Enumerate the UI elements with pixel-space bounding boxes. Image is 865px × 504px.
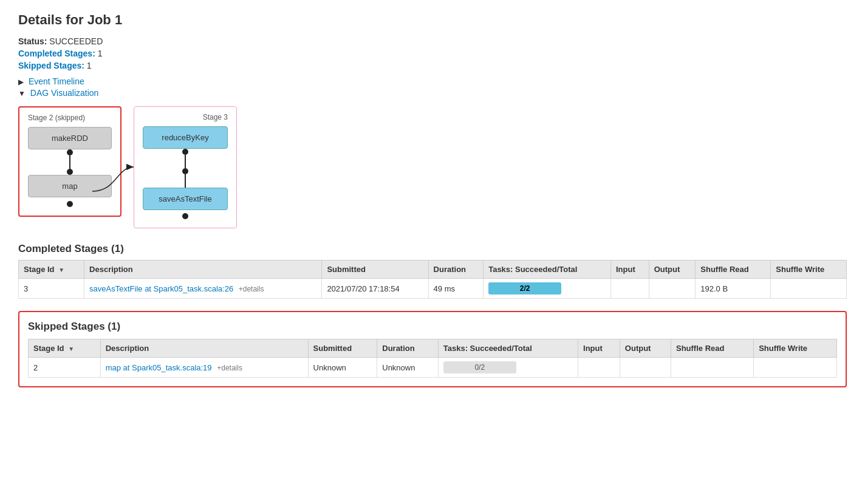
dag-dot-mid-2 (182, 168, 188, 174)
triangle-right-icon: ▶ (18, 78, 24, 86)
skipped-stages-header-row: Stage Id ▼ Description Submitted Duratio… (29, 339, 837, 358)
dag-dot-top-1 (67, 149, 73, 155)
completed-stages-header-row: Stage Id ▼ Description Submitted Duratio… (19, 261, 847, 279)
dag-dot-save-out (182, 213, 188, 219)
dag-dot-map-out (67, 201, 73, 207)
col-stage-id[interactable]: Stage Id ▼ (19, 261, 84, 279)
progress-bar-skip: 0/2 (443, 361, 516, 373)
dag-dot-bottom-1 (67, 169, 73, 175)
submitted-cell-skip: Unknown (308, 358, 377, 378)
shuffle-write-cell-skip (754, 358, 837, 378)
dag-node-reducebykey: reduceByKey (143, 126, 228, 149)
status-value: SUCCEEDED (49, 36, 103, 46)
col-output-skip[interactable]: Output (620, 339, 671, 358)
skipped-stages-value: 1 (87, 61, 92, 70)
dag-node-saveastextfile: saveAsTextFile (143, 188, 228, 210)
skipped-stages-table: Stage Id ▼ Description Submitted Duratio… (28, 339, 837, 378)
shuffle-write-cell (771, 279, 847, 299)
dag-viz-toggle[interactable]: ▼ DAG Visualization (18, 88, 847, 98)
status-label: Status: (18, 36, 47, 46)
sort-icon-skip: ▼ (68, 346, 74, 352)
job-meta: Status: SUCCEEDED Completed Stages: 1 Sk… (18, 36, 847, 70)
col-shuffle-read[interactable]: Shuffle Read (696, 261, 771, 279)
output-cell (649, 279, 696, 299)
description-cell: saveAsTextFile at Spark05_task.scala:26 … (84, 279, 322, 299)
event-timeline-link[interactable]: Event Timeline (29, 77, 84, 86)
output-cell-skip (620, 358, 671, 378)
dag-viz-link[interactable]: DAG Visualization (30, 88, 99, 98)
stage-id-cell: 3 (19, 279, 84, 299)
col-submitted-skip[interactable]: Submitted (308, 339, 377, 358)
col-duration-skip[interactable]: Duration (377, 339, 438, 358)
input-cell-skip (578, 358, 620, 378)
col-submitted[interactable]: Submitted (322, 261, 428, 279)
triangle-down-icon: ▼ (18, 89, 26, 98)
duration-cell-skip: Unknown (377, 358, 438, 378)
dag-stage-2: Stage 2 (skipped) makeRDD map (18, 106, 121, 217)
tasks-cell: 2/2 (484, 279, 611, 299)
col-description-skip[interactable]: Description (100, 339, 308, 358)
completed-stages-section: Completed Stages (1) Stage Id ▼ Descript… (18, 243, 847, 299)
dag-node-map: map (28, 175, 112, 197)
submitted-cell: 2021/07/20 17:18:54 (322, 279, 428, 299)
event-timeline-toggle[interactable]: ▶ Event Timeline (18, 77, 847, 86)
dag-stage-3: Stage 3 reduceByKey saveAsTextFile (134, 106, 237, 228)
skipped-stages-line: Skipped Stages: 1 (18, 61, 847, 70)
completed-stages-value: 1 (98, 49, 103, 58)
skipped-stages-section: Skipped Stages (1) Stage Id ▼ Descriptio… (18, 311, 847, 387)
col-duration[interactable]: Duration (428, 261, 484, 279)
skipped-stages-title: Skipped Stages (1) (28, 321, 837, 333)
completed-stages-table: Stage Id ▼ Description Submitted Duratio… (18, 260, 847, 299)
col-input[interactable]: Input (610, 261, 649, 279)
details-link[interactable]: +details (239, 285, 264, 293)
dag-node-makerdd: makeRDD (28, 127, 112, 149)
col-output[interactable]: Output (649, 261, 696, 279)
description-cell-skip: map at Spark05_task.scala:19 +details (100, 358, 308, 378)
duration-cell: 49 ms (428, 279, 484, 299)
completed-stages-line: Completed Stages: 1 (18, 49, 847, 58)
input-cell (610, 279, 649, 299)
shuffle-read-cell-skip (671, 358, 753, 378)
stage-desc-link[interactable]: saveAsTextFile at Spark05_task.scala:26 (89, 284, 233, 293)
dag-stage-2-title: Stage 2 (skipped) (28, 114, 112, 122)
shuffle-read-cell: 192.0 B (696, 279, 771, 299)
skipped-stages-label[interactable]: Skipped Stages: (18, 61, 84, 70)
page-title: Details for Job 1 (18, 12, 847, 28)
col-input-skip[interactable]: Input (578, 339, 620, 358)
details-link-skip[interactable]: +details (217, 364, 242, 372)
progress-bar: 2/2 (488, 282, 561, 295)
dag-visualization: Stage 2 (skipped) makeRDD map (18, 106, 847, 228)
dag-connector-1 (28, 149, 112, 175)
dag-connector-2 (143, 149, 228, 188)
dag-dot-top-2 (182, 149, 188, 155)
dag-line-1 (69, 155, 70, 169)
progress-bar-fill: 2/2 (488, 282, 561, 295)
stage-desc-link-skip[interactable]: map at Spark05_task.scala:19 (106, 363, 212, 372)
table-row: 2 map at Spark05_task.scala:19 +details … (29, 358, 837, 378)
dag-line-2 (185, 155, 186, 168)
dag-stage-3-title: Stage 3 (143, 113, 228, 121)
col-description[interactable]: Description (84, 261, 322, 279)
dag-stage3-wrapper: Stage 3 reduceByKey saveAsTextFile (134, 106, 237, 228)
col-tasks[interactable]: Tasks: Succeeded/Total (484, 261, 611, 279)
col-stage-id-skip[interactable]: Stage Id ▼ (29, 339, 101, 358)
dag-line-2b (185, 174, 186, 188)
status-line: Status: SUCCEEDED (18, 36, 847, 46)
sort-icon: ▼ (58, 267, 64, 273)
col-tasks-skip[interactable]: Tasks: Succeeded/Total (438, 339, 578, 358)
table-row: 3 saveAsTextFile at Spark05_task.scala:2… (19, 279, 847, 299)
stage-id-cell-skip: 2 (29, 358, 101, 378)
completed-stages-title: Completed Stages (1) (18, 243, 847, 255)
col-shuffle-write-skip[interactable]: Shuffle Write (754, 339, 837, 358)
col-shuffle-read-skip[interactable]: Shuffle Read (671, 339, 753, 358)
tasks-cell-skip: 0/2 (438, 358, 578, 378)
col-shuffle-write[interactable]: Shuffle Write (771, 261, 847, 279)
completed-stages-label[interactable]: Completed Stages: (18, 49, 95, 58)
